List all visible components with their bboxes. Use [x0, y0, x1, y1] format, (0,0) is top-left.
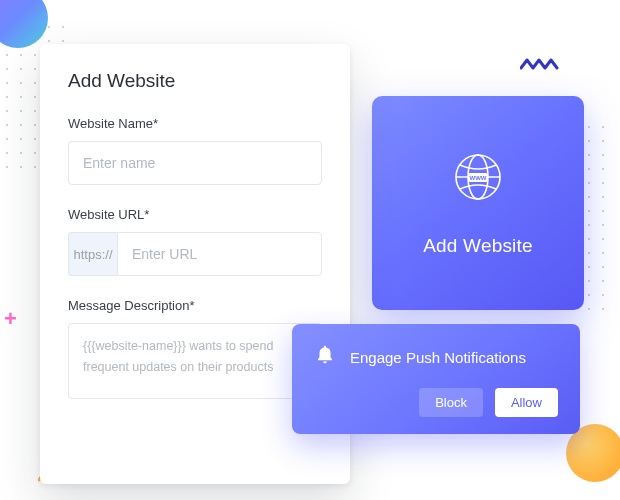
decorative-zigzag-blue: [520, 56, 560, 72]
website-url-label: Website URL*: [68, 207, 322, 222]
globe-icon: WWW: [450, 149, 506, 209]
website-url-input[interactable]: [117, 232, 322, 276]
add-website-card[interactable]: WWW Add Website: [372, 96, 584, 310]
url-protocol-prefix: https://: [68, 232, 117, 276]
message-description-field-group: Message Description*: [68, 298, 322, 403]
decorative-dots-right: [582, 120, 614, 320]
website-url-field-group: Website URL* https://: [68, 207, 322, 276]
message-description-input[interactable]: [68, 323, 322, 399]
form-title: Add Website: [68, 70, 322, 92]
allow-button[interactable]: Allow: [495, 388, 558, 417]
website-name-field-group: Website Name*: [68, 116, 322, 185]
message-description-label: Message Description*: [68, 298, 322, 313]
decorative-plus-icon: +: [4, 306, 17, 332]
svg-text:WWW: WWW: [470, 175, 487, 181]
block-button[interactable]: Block: [419, 388, 483, 417]
bell-icon: [314, 344, 336, 370]
website-name-input[interactable]: [68, 141, 322, 185]
add-website-card-title: Add Website: [423, 235, 533, 257]
notification-title: Engage Push Notifications: [350, 349, 526, 366]
push-notification-prompt: Engage Push Notifications Block Allow: [292, 324, 580, 434]
website-name-label: Website Name*: [68, 116, 322, 131]
